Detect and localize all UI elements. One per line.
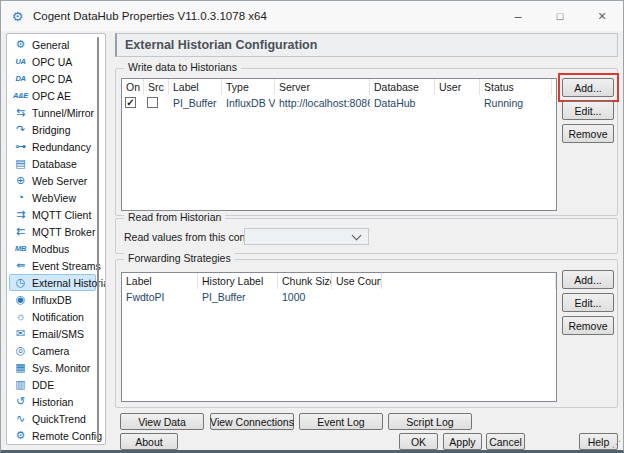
sidebar-item-email-sms[interactable]: ✉Email/SMS (9, 325, 96, 342)
sidebar-item-label: MQTT Client (32, 209, 91, 221)
column-header[interactable]: History Label (198, 273, 278, 289)
view-connections-button[interactable]: View Connections (210, 413, 294, 430)
sidebar-item-label: Tunnel/Mirror (32, 107, 94, 119)
sidebar-item-label: MQTT Broker (32, 226, 95, 238)
forward-remove-button[interactable]: Remove (562, 316, 614, 335)
column-header[interactable]: On (122, 79, 144, 95)
sidebar-item-remote-config[interactable]: ⚙Remote Config (9, 427, 96, 444)
sidebar-item-database[interactable]: ▤Database (9, 155, 96, 172)
column-header[interactable]: Label (122, 273, 198, 289)
window-controls: – □ × (497, 1, 623, 31)
ok-button[interactable]: OK (399, 433, 438, 450)
historian-database-cell: DataHub (370, 97, 435, 109)
sidebar-item-label: Sys. Monitor (32, 362, 90, 374)
sidebar-item-mqtt-broker[interactable]: ⇇MQTT Broker (9, 223, 96, 240)
sidebar-item-label: Remote Config (32, 430, 102, 442)
table-header: OnSrcLabelTypeServerDatabaseUserStatus (122, 79, 556, 95)
table-header: LabelHistory LabelChunk SizeUse Count (122, 273, 556, 289)
read-connection-dropdown[interactable] (244, 228, 369, 245)
maximize-button[interactable]: □ (539, 1, 581, 31)
sidebar-item-label: Bridging (32, 124, 71, 136)
sidebar-item-opc-da[interactable]: DAOPC DA (9, 70, 96, 87)
sidebar-item-web-server[interactable]: ⊕Web Server (9, 172, 96, 189)
sidebar-list: ⚙GeneralUAOPC UADAOPC DAA&EOPC AE⇆Tunnel… (7, 36, 105, 444)
event-log-button[interactable]: Event Log (299, 413, 383, 430)
column-header[interactable] (382, 273, 556, 289)
sidebar-item-tunnel-mirror[interactable]: ⇆Tunnel/Mirror (9, 104, 96, 121)
column-header[interactable]: Status (480, 79, 552, 95)
write-historians-group-title: Write data to Historians (124, 61, 241, 73)
on-checkbox[interactable]: ✓ (125, 97, 136, 108)
column-header[interactable]: Type (222, 79, 275, 95)
sidebar-item-camera[interactable]: ◎Camera (9, 342, 96, 359)
sidebar-item-notification[interactable]: ☼Notification (9, 308, 96, 325)
column-header[interactable]: Server (275, 79, 370, 95)
sidebar-item-sys-monitor[interactable]: ▦Sys. Monitor (9, 359, 96, 376)
sidebar-scrollbar[interactable] (97, 37, 99, 441)
checkbox-cell (144, 97, 169, 108)
column-header[interactable]: Database (370, 79, 435, 95)
tunnel-mirror-icon: ⇆ (13, 105, 28, 120)
script-log-button[interactable]: Script Log (388, 413, 472, 430)
sidebar-item-dde[interactable]: ▥DDE (9, 376, 96, 393)
about-button[interactable]: About (120, 433, 178, 450)
column-header[interactable]: Use Count (332, 273, 382, 289)
cancel-button[interactable]: Cancel (486, 433, 525, 450)
opc-ua-icon: UA (13, 54, 28, 69)
forward-edit-button[interactable]: Edit... (562, 293, 614, 312)
sidebar: ⚙GeneralUAOPC UADAOPC DAA&EOPC AE⇆Tunnel… (6, 33, 106, 445)
sidebar-item-bridging[interactable]: ↷Bridging (9, 121, 96, 138)
column-header[interactable]: Label (169, 79, 222, 95)
sidebar-item-influxdb[interactable]: ◉InfluxDB (9, 291, 96, 308)
sidebar-item-opc-ae[interactable]: A&EOPC AE (9, 87, 96, 104)
dde-icon: ▥ (13, 377, 28, 392)
write-add-button[interactable]: Add... (562, 78, 614, 97)
sidebar-item-label: Event Streams (32, 260, 101, 272)
sidebar-item-quicktrend[interactable]: ∿QuickTrend (9, 410, 96, 427)
strategy-history-label-cell: PI_Buffer (198, 291, 278, 303)
sidebar-item-label: DDE (32, 379, 54, 391)
bridging-icon: ↷ (13, 122, 28, 137)
sidebar-item-modbus[interactable]: MBModbus (9, 240, 96, 257)
sidebar-item-historian[interactable]: ↺Historian (9, 393, 96, 410)
sidebar-item-redundancy[interactable]: ⊶Redundancy (9, 138, 96, 155)
write-historians-table[interactable]: OnSrcLabelTypeServerDatabaseUserStatus✓P… (121, 78, 557, 211)
strategy-label-cell: FwdtoPI (122, 291, 198, 303)
view-data-button[interactable]: View Data (120, 413, 204, 430)
src-checkbox[interactable] (147, 97, 158, 108)
historian-type-cell: InfluxDB V1 (222, 97, 275, 109)
sidebar-item-webview[interactable]: ◔WebView (9, 189, 96, 206)
sidebar-item-label: Email/SMS (32, 328, 84, 340)
remote-config-icon: ⚙ (13, 428, 28, 443)
column-header[interactable]: Src (144, 79, 169, 95)
chevron-down-icon (352, 230, 362, 240)
sidebar-item-mqtt-client[interactable]: ⇉MQTT Client (9, 206, 96, 223)
sidebar-item-external-historian[interactable]: ◷External Historian (9, 274, 96, 291)
sidebar-item-label: OPC AE (32, 90, 71, 102)
checkbox-cell: ✓ (122, 97, 144, 108)
minimize-button[interactable]: – (497, 1, 539, 31)
quicktrend-icon: ∿ (13, 411, 28, 426)
sidebar-item-general[interactable]: ⚙General (9, 36, 96, 53)
webview-icon: ◔ (13, 190, 28, 205)
column-header[interactable]: Chunk Size (278, 273, 332, 289)
close-button[interactable]: × (581, 1, 623, 31)
sys-monitor-icon: ▦ (13, 360, 28, 375)
modbus-icon: MB (13, 241, 28, 256)
write-edit-button[interactable]: Edit... (562, 101, 614, 120)
historian-label-cell: PI_Buffer (169, 97, 222, 109)
sidebar-item-event-streams[interactable]: ⇚Event Streams (9, 257, 96, 274)
forward-add-button[interactable]: Add... (562, 270, 614, 289)
sidebar-item-label: Redundancy (32, 141, 91, 153)
strategy-row[interactable]: FwdtoPIPI_Buffer1000 (122, 289, 556, 304)
window-title: Cogent DataHub Properties V11.0.3.1078 x… (33, 10, 267, 22)
historian-status-cell: Running (480, 97, 552, 109)
historian-row[interactable]: ✓PI_BufferInfluxDB V1http://localhost:80… (122, 95, 556, 110)
sidebar-item-opc-ua[interactable]: UAOPC UA (9, 53, 96, 70)
column-header[interactable]: User (435, 79, 480, 95)
email-icon: ✉ (13, 326, 28, 341)
forwarding-strategies-table[interactable]: LabelHistory LabelChunk SizeUse CountFwd… (121, 272, 557, 402)
write-remove-button[interactable]: Remove (562, 124, 614, 143)
resize-grip[interactable]: ⋰ (612, 440, 620, 448)
apply-button[interactable]: Apply (443, 433, 482, 450)
